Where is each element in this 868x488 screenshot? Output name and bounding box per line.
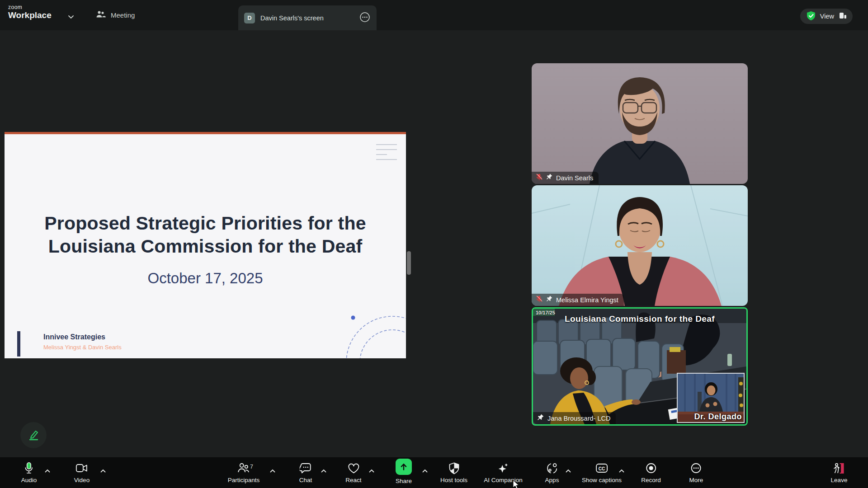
more-options-icon[interactable]: [359, 12, 370, 24]
participants-count-badge: 7: [250, 464, 253, 470]
more-ellipsis-icon: [690, 461, 702, 475]
more-button[interactable]: More: [689, 461, 703, 483]
video-tile-jana-broussard-active[interactable]: 10/17/25 Louisiana Commission for the De…: [532, 307, 748, 426]
participant-name: Melissa Elmira Yingst: [556, 296, 618, 304]
chat-label: Chat: [299, 477, 312, 483]
audio-button[interactable]: Audio: [21, 461, 37, 483]
video-options-caret[interactable]: [100, 467, 106, 474]
brand-subtitle: Melissa Yingst & Davin Searls: [43, 344, 122, 351]
svg-text:CC: CC: [599, 466, 605, 471]
show-captions-label: Show captions: [582, 477, 622, 483]
participant-name: Jana Broussard- LCD: [547, 415, 610, 422]
shield-icon: [448, 461, 460, 475]
slide-title-line1: Proposed Strategic Priorities for the: [5, 212, 406, 235]
record-button[interactable]: Record: [641, 461, 661, 483]
show-captions-button[interactable]: CC Show captions: [582, 461, 622, 483]
video-button[interactable]: Video: [74, 461, 90, 483]
react-button[interactable]: React: [345, 461, 361, 483]
logo-workplace-text: Workplace: [8, 10, 52, 20]
video-tile-melissa-yingst[interactable]: Melissa Elmira Yingst: [532, 185, 748, 306]
more-label: More: [689, 477, 703, 483]
interpreter-inset-video: Dr. Delgado: [677, 373, 745, 423]
participants-label: Participants: [228, 477, 260, 483]
apps-icon: [546, 461, 558, 475]
share-label: Share: [396, 478, 412, 484]
muted-mic-icon: [536, 296, 542, 305]
shared-slide: Proposed Strategic Priorities for the Lo…: [5, 132, 406, 358]
host-tools-button[interactable]: Host tools: [440, 461, 467, 483]
logo-zoom-text: zoom: [8, 4, 52, 10]
chat-button[interactable]: Chat: [299, 461, 312, 483]
react-label: React: [345, 477, 361, 483]
leave-label: Leave: [831, 477, 848, 483]
chat-bubble-icon: [300, 461, 312, 475]
melissa-video-frame: [532, 185, 748, 306]
sparkle-icon: [497, 461, 509, 475]
share-button[interactable]: Share: [396, 460, 412, 484]
share-tab-label: Davin Searls's screen: [260, 14, 359, 22]
host-tools-label: Host tools: [440, 477, 467, 483]
tab-meeting[interactable]: Meeting: [96, 0, 135, 30]
meeting-tab-label: Meeting: [111, 11, 135, 19]
view-button[interactable]: View: [800, 9, 853, 24]
closed-captions-icon: CC: [595, 461, 608, 475]
share-screen-icon: [396, 459, 412, 475]
pencil-icon: [27, 428, 40, 443]
chat-options-caret[interactable]: [321, 467, 327, 474]
slide-title-line2: Louisiana Commission for the Deaf: [5, 235, 406, 258]
top-bar: zoom Workplace Meeting D Davin Searls's …: [0, 0, 868, 30]
microphone-icon: [23, 461, 35, 475]
participant-nameplate: Melissa Elmira Yingst: [532, 294, 624, 306]
slide-title: Proposed Strategic Priorities for the Lo…: [5, 212, 406, 258]
participants-options-caret[interactable]: [270, 467, 276, 474]
chevron-down-icon[interactable]: [68, 13, 74, 21]
slide-menu-icon: [376, 144, 397, 164]
participant-name: Davin Searls: [556, 174, 593, 182]
scrollbar-thumb[interactable]: [407, 251, 411, 275]
zoom-meeting-window: zoom Workplace Meeting D Davin Searls's …: [0, 0, 868, 488]
brand-name: Innivee Strategies: [43, 333, 105, 341]
avatar: D: [244, 13, 255, 23]
pin-icon: [537, 414, 544, 423]
shared-screen-area: Proposed Strategic Priorities for the Lo…: [0, 30, 868, 457]
participant-nameplate: Davin Searls: [532, 172, 599, 184]
apps-button[interactable]: Apps: [545, 461, 559, 483]
react-options-caret[interactable]: [369, 467, 375, 474]
pin-icon: [546, 296, 552, 304]
apps-options-caret[interactable]: [566, 467, 571, 474]
annotate-button[interactable]: [20, 422, 47, 448]
people-group-icon: [96, 10, 106, 20]
layout-view-icon: [838, 11, 847, 21]
audio-options-caret[interactable]: [45, 467, 51, 474]
davin-video-frame: [532, 63, 748, 184]
leave-door-icon: [833, 461, 845, 475]
record-icon: [645, 461, 657, 475]
participants-icon: [237, 461, 250, 475]
leave-button[interactable]: Leave: [831, 461, 848, 483]
camera-icon: [75, 461, 88, 475]
record-label: Record: [641, 477, 661, 483]
audio-label: Audio: [21, 477, 37, 483]
pin-icon: [546, 174, 552, 182]
video-tile-davin-searls[interactable]: Davin Searls: [532, 63, 748, 184]
heart-icon: [347, 461, 360, 475]
video-label: Video: [74, 477, 90, 483]
room-caption-title: Louisiana Commission for the Deaf: [533, 314, 746, 324]
brand-accent-bar: [17, 331, 20, 357]
meeting-toolbar: Audio Video: [0, 457, 868, 488]
security-shield-icon: [806, 11, 816, 22]
slide-date: October 17, 2025: [5, 270, 406, 287]
participants-button[interactable]: Participants: [228, 461, 260, 483]
share-options-caret[interactable]: [422, 467, 428, 474]
interpreter-name-label: Dr. Delgado: [694, 412, 742, 422]
mouse-cursor: [513, 480, 520, 488]
view-button-label: View: [820, 13, 834, 20]
participant-nameplate: Jana Broussard- LCD: [533, 412, 616, 424]
tab-davin-searls-screen[interactable]: D Davin Searls's screen: [238, 5, 377, 30]
captions-options-caret[interactable]: [619, 467, 625, 474]
zoom-workplace-logo: zoom Workplace: [8, 4, 52, 20]
muted-mic-icon: [536, 174, 542, 183]
apps-label: Apps: [545, 477, 559, 483]
